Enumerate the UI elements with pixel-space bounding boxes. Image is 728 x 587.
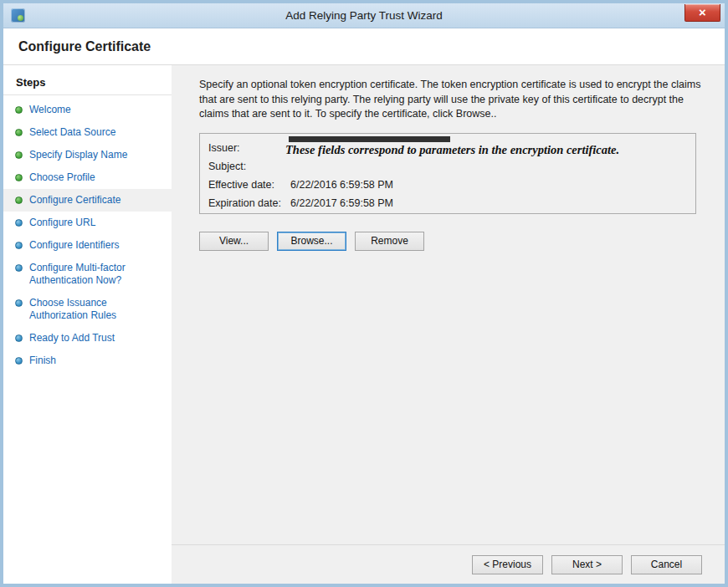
sidebar-item-label: Configure Multi-factor Authentication No… xyxy=(29,262,167,287)
sidebar-item-choose-profile[interactable]: Choose Profile xyxy=(3,166,172,189)
page-header: Configure Certificate xyxy=(3,28,725,65)
cert-field-label: Effective date: xyxy=(208,178,290,191)
cert-field-value: 6/22/2016 6:59:58 PM xyxy=(290,178,695,191)
cert-field-subject: Subject: xyxy=(208,160,695,173)
wizard-footer: < Previous Next > Cancel xyxy=(172,544,725,584)
sidebar-item-configure-multi-factor[interactable]: Configure Multi-factor Authentication No… xyxy=(3,257,172,292)
sidebar-item-label: Choose Profile xyxy=(29,171,95,184)
cert-field-label: Expiration date: xyxy=(208,197,290,210)
close-button[interactable]: × xyxy=(684,4,720,22)
step-status-icon xyxy=(15,219,23,227)
step-description: Specify an optional token encryption cer… xyxy=(199,78,701,122)
cert-field-value: 6/22/2017 6:59:58 PM xyxy=(290,197,695,210)
cancel-button[interactable]: Cancel xyxy=(631,555,702,574)
next-button[interactable]: Next > xyxy=(551,555,623,574)
step-status-icon xyxy=(15,197,23,204)
sidebar-item-label: Select Data Source xyxy=(29,126,115,139)
sidebar-item-configure-certificate[interactable]: Configure Certificate xyxy=(3,189,172,212)
previous-button[interactable]: < Previous xyxy=(472,555,543,574)
sidebar-item-label: Configure Identifiers xyxy=(29,239,119,252)
sidebar-item-label: Welcome xyxy=(29,104,71,116)
sidebar-item-specify-display-name[interactable]: Specify Display Name xyxy=(3,144,172,166)
certificate-details-box: Issuer: Subject: Effective date: 6/22/20… xyxy=(199,133,696,214)
sidebar-item-finish[interactable]: Finish xyxy=(3,350,172,372)
steps-sidebar: Steps Welcome Select Data Source Specify… xyxy=(3,65,172,584)
sidebar-item-label: Choose Issuance Authorization Rules xyxy=(29,297,167,322)
sidebar-item-label: Ready to Add Trust xyxy=(29,332,115,345)
step-status-icon xyxy=(15,334,23,342)
step-status-icon xyxy=(15,174,23,181)
sidebar-item-label: Configure URL xyxy=(29,217,95,229)
sidebar-item-select-data-source[interactable]: Select Data Source xyxy=(3,121,172,144)
wizard-icon xyxy=(11,8,25,23)
step-status-icon xyxy=(15,151,23,159)
step-status-icon xyxy=(15,299,23,307)
close-icon: × xyxy=(699,5,706,19)
sidebar-item-configure-url[interactable]: Configure URL xyxy=(3,212,172,234)
browse-button[interactable]: Browse... xyxy=(277,232,346,251)
sidebar-item-label: Finish xyxy=(29,355,56,367)
sidebar-item-label: Specify Display Name xyxy=(29,149,127,161)
step-status-icon xyxy=(15,242,23,249)
sidebar-item-configure-identifiers[interactable]: Configure Identifiers xyxy=(3,234,172,257)
steps-header: Steps xyxy=(3,73,172,94)
cert-field-label: Issuer: xyxy=(208,141,290,155)
sidebar-item-choose-issuance-rules[interactable]: Choose Issuance Authorization Rules xyxy=(3,292,172,327)
cert-field-expiration-date: Expiration date: 6/22/2017 6:59:58 PM xyxy=(208,197,695,210)
step-status-icon xyxy=(15,106,23,114)
sidebar-item-label: Configure Certificate xyxy=(29,194,120,207)
sidebar-item-ready-to-add-trust[interactable]: Ready to Add Trust xyxy=(3,327,172,350)
remove-button[interactable]: Remove xyxy=(355,232,424,251)
main-panel: Specify an optional token encryption cer… xyxy=(172,65,725,584)
step-status-icon xyxy=(15,129,23,136)
step-status-icon xyxy=(15,357,23,365)
cert-field-effective-date: Effective date: 6/22/2016 6:59:58 PM xyxy=(208,178,695,191)
view-button[interactable]: View... xyxy=(199,232,269,251)
redacted-text-remnant xyxy=(289,136,450,142)
annotation-note: These fields correspond to parameters in… xyxy=(285,143,687,157)
titlebar: Add Relying Party Trust Wizard × xyxy=(3,3,725,28)
window-title: Add Relying Party Trust Wizard xyxy=(3,9,725,22)
sidebar-item-welcome[interactable]: Welcome xyxy=(3,99,172,121)
wizard-window: Add Relying Party Trust Wizard × Configu… xyxy=(0,0,728,587)
step-status-icon xyxy=(15,264,23,272)
page-title: Configure Certificate xyxy=(18,39,725,54)
cert-field-value xyxy=(290,160,695,173)
steps-divider xyxy=(3,94,172,95)
cert-field-label: Subject: xyxy=(208,160,290,173)
